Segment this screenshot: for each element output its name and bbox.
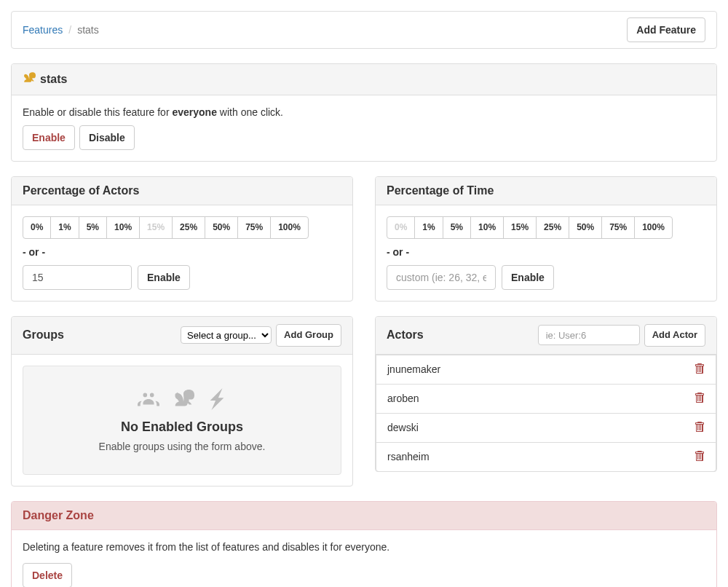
trash-icon[interactable] (695, 363, 705, 377)
pct-time-btn-75[interactable]: 75% (601, 216, 635, 239)
pct-actors-btn-0[interactable]: 0% (23, 216, 51, 239)
squirrel-grey-icon (173, 388, 194, 412)
percentage-time-input[interactable] (387, 265, 496, 290)
trash-icon[interactable] (695, 392, 705, 406)
actor-row: aroben (376, 384, 716, 414)
percentage-time-or: - or - (387, 246, 705, 258)
groups-heading: Groups Select a group... Add Group (12, 317, 352, 355)
actor-row: rsanheim (376, 442, 716, 472)
pct-time-btn-10[interactable]: 10% (470, 216, 504, 239)
percentage-time-options: 0%1%5%10%15%25%50%75%100% (387, 216, 705, 239)
actors-list: jnunemakerarobendewskirsanheim (376, 355, 716, 472)
trash-icon[interactable] (695, 450, 705, 464)
pct-actors-btn-25[interactable]: 25% (172, 216, 205, 239)
groups-empty-text: Enable groups using the form above. (38, 441, 326, 452)
breadcrumb-features-link[interactable]: Features (23, 24, 63, 36)
percentage-time-panel: Percentage of Time 0%1%5%10%15%25%50%75%… (375, 176, 717, 302)
pct-actors-btn-1[interactable]: 1% (50, 216, 79, 239)
feature-description: Enable or disable this feature for every… (23, 106, 705, 118)
topbar: Features / stats Add Feature (11, 11, 717, 49)
delete-feature-button[interactable]: Delete (23, 563, 72, 587)
actors-title: Actors (387, 328, 424, 342)
actor-row: dewski (376, 413, 716, 443)
actors-panel: Actors Add Actor jnunemakerarobendewskir… (375, 316, 717, 472)
actors-heading: Actors Add Actor (376, 317, 716, 355)
pct-actors-btn-5[interactable]: 5% (79, 216, 107, 239)
danger-zone-heading: Danger Zone (12, 502, 716, 530)
breadcrumb-current: stats (77, 24, 99, 36)
bolt-icon (207, 388, 226, 412)
feature-desc-prefix: Enable or disable this feature for (23, 106, 172, 118)
pct-actors-btn-100[interactable]: 100% (270, 216, 309, 239)
pct-time-btn-15[interactable]: 15% (503, 216, 537, 239)
disable-all-button[interactable]: Disable (79, 125, 135, 150)
actors-add-input[interactable] (538, 325, 640, 345)
actor-row: jnunemaker (376, 355, 716, 385)
danger-zone-title: Danger Zone (23, 509, 94, 522)
danger-zone-panel: Danger Zone Deleting a feature removes i… (11, 501, 717, 587)
groups-empty-icons (38, 388, 326, 412)
pct-time-btn-0[interactable]: 0% (387, 216, 415, 239)
percentage-actors-input[interactable] (23, 265, 132, 290)
percentage-actors-options: 0%1%5%10%15%25%50%75%100% (23, 216, 341, 239)
percentage-time-title: Percentage of Time (387, 184, 494, 197)
pct-actors-btn-15[interactable]: 15% (139, 216, 173, 239)
pct-time-btn-1[interactable]: 1% (414, 216, 443, 239)
pct-time-btn-50[interactable]: 50% (569, 216, 602, 239)
feature-desc-suffix: with one click. (217, 106, 283, 118)
actor-name: aroben (387, 393, 419, 404)
feature-desc-bold: everyone (172, 106, 216, 118)
percentage-actors-title: Percentage of Actors (23, 184, 139, 197)
actor-name: jnunemaker (387, 363, 440, 375)
enable-all-button[interactable]: Enable (23, 125, 75, 150)
add-feature-button[interactable]: Add Feature (627, 17, 705, 42)
groups-title: Groups (23, 328, 64, 342)
percentage-actors-enable-button[interactable]: Enable (138, 265, 190, 290)
breadcrumb: Features / stats (23, 24, 99, 36)
actor-name: dewski (387, 422, 419, 433)
feature-name: stats (40, 73, 67, 86)
groups-panel: Groups Select a group... Add Group (11, 316, 353, 486)
groups-empty-heading: No Enabled Groups (38, 419, 326, 435)
percentage-actors-heading: Percentage of Actors (12, 177, 352, 205)
squirrel-icon (23, 71, 36, 87)
percentage-actors-panel: Percentage of Actors 0%1%5%10%15%25%50%7… (11, 176, 353, 302)
trash-icon[interactable] (695, 421, 705, 435)
pct-time-btn-100[interactable]: 100% (634, 216, 673, 239)
feature-panel: stats Enable or disable this feature for… (11, 63, 717, 162)
percentage-actors-or: - or - (23, 246, 341, 258)
pct-actors-btn-75[interactable]: 75% (237, 216, 271, 239)
groups-select[interactable]: Select a group... (181, 326, 272, 344)
feature-body: Enable or disable this feature for every… (12, 95, 716, 161)
actor-name: rsanheim (387, 451, 430, 462)
breadcrumb-separator: / (68, 24, 71, 36)
feature-heading: stats (12, 64, 716, 95)
pct-actors-btn-50[interactable]: 50% (205, 216, 238, 239)
danger-zone-text: Deleting a feature removes it from the l… (23, 541, 705, 553)
people-icon (138, 388, 159, 412)
pct-time-btn-5[interactable]: 5% (443, 216, 471, 239)
percentage-time-heading: Percentage of Time (376, 177, 716, 205)
percentage-time-enable-button[interactable]: Enable (502, 265, 554, 290)
add-group-button[interactable]: Add Group (276, 324, 341, 347)
groups-empty-state: No Enabled Groups Enable groups using th… (23, 366, 341, 475)
pct-actors-btn-10[interactable]: 10% (106, 216, 140, 239)
pct-time-btn-25[interactable]: 25% (536, 216, 569, 239)
add-actor-button[interactable]: Add Actor (644, 324, 705, 347)
